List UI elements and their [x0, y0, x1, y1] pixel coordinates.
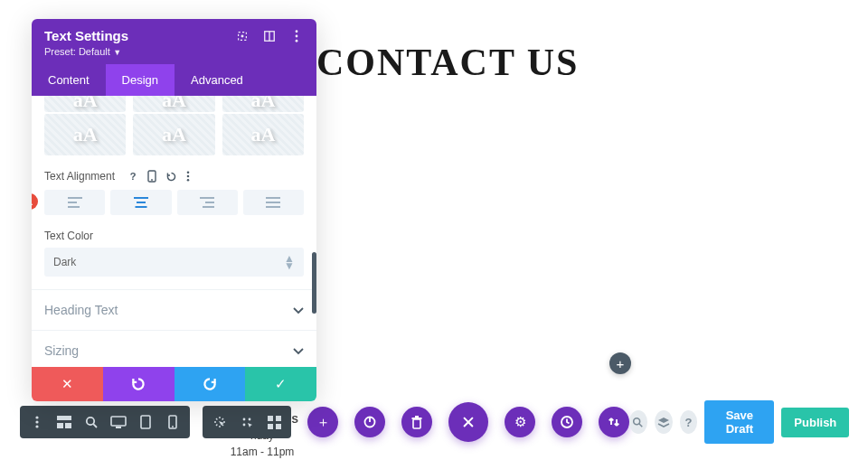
click-mode-icon[interactable] — [208, 406, 231, 438]
tablet-view-icon[interactable] — [134, 406, 157, 438]
align-left-option[interactable] — [44, 190, 105, 215]
svg-point-31 — [86, 417, 93, 424]
hover-mode-icon[interactable] — [235, 406, 259, 438]
svg-rect-22 — [266, 197, 280, 199]
wireframe-view-icon[interactable] — [52, 406, 76, 438]
svg-rect-33 — [111, 417, 126, 426]
svg-rect-16 — [134, 197, 148, 199]
text-style-tile[interactable]: aA — [222, 114, 304, 155]
svg-point-39 — [249, 418, 251, 421]
scrollbar-thumb[interactable] — [312, 252, 316, 314]
select-caret-icon: ▲▼ — [284, 255, 295, 269]
annotation-badge-1: 1 — [32, 193, 38, 210]
svg-rect-24 — [266, 206, 280, 208]
svg-line-32 — [93, 424, 97, 427]
svg-rect-15 — [68, 206, 80, 208]
plus-icon: ＋ — [316, 414, 330, 431]
find-replace-button[interactable] — [629, 410, 647, 434]
svg-point-40 — [243, 424, 246, 427]
svg-rect-43 — [268, 424, 273, 429]
svg-rect-23 — [266, 202, 280, 203]
text-color-select[interactable]: Dark ▲▼ — [44, 248, 304, 277]
phone-view-icon[interactable] — [161, 406, 184, 438]
svg-point-1 — [241, 34, 244, 37]
text-style-tile[interactable]: aA — [222, 96, 304, 112]
help-button[interactable]: ? — [680, 410, 698, 434]
desktop-view-icon[interactable] — [107, 406, 130, 438]
tab-advanced[interactable]: Advanced — [175, 64, 259, 96]
text-style-tile[interactable]: aA — [44, 96, 126, 112]
redo-icon — [202, 376, 218, 392]
accordion-label: Heading Text — [44, 303, 118, 317]
help-icon: ? — [685, 416, 693, 429]
svg-rect-3 — [269, 31, 269, 41]
svg-rect-48 — [412, 418, 422, 419]
view-toolbar — [20, 406, 190, 438]
discard-button[interactable]: ✕ — [32, 367, 103, 401]
text-style-tile[interactable]: aA — [133, 114, 214, 155]
tab-design[interactable]: Design — [106, 64, 175, 96]
svg-rect-20 — [205, 202, 214, 203]
zoom-icon[interactable] — [80, 406, 103, 438]
reset-icon[interactable] — [165, 170, 177, 183]
publish-button[interactable]: Publish — [781, 408, 849, 437]
kebab-menu-icon[interactable] — [186, 170, 190, 183]
panel-body: aA aA aA aA aA aA Text Alignment ? 1 — [32, 96, 316, 367]
clear-layout-button[interactable] — [401, 407, 432, 437]
kebab-menu-icon[interactable] — [289, 29, 304, 43]
right-cluster: ? Save Draft Publish — [629, 400, 849, 444]
accordion-sizing[interactable]: Sizing — [32, 330, 316, 367]
close-builder-button[interactable]: ✕ — [448, 402, 488, 442]
svg-text:?: ? — [130, 171, 137, 182]
svg-point-9 — [151, 179, 153, 181]
text-style-tile[interactable]: aA — [133, 96, 214, 112]
preset-selector[interactable]: Preset: Default ▼ — [44, 46, 304, 57]
svg-rect-42 — [276, 416, 281, 421]
accordion-heading-text[interactable]: Heading Text — [32, 289, 316, 330]
text-style-tile[interactable]: aA — [44, 114, 126, 155]
panel-footer: ✕ ✓ — [32, 367, 316, 401]
svg-rect-44 — [276, 424, 281, 429]
add-section-button[interactable]: + — [609, 352, 631, 374]
align-right-option[interactable] — [177, 190, 238, 215]
svg-rect-18 — [135, 206, 146, 208]
undo-button[interactable] — [103, 367, 175, 401]
align-justify-option[interactable] — [243, 190, 304, 215]
svg-point-11 — [187, 175, 190, 178]
save-button[interactable]: ✓ — [245, 367, 316, 401]
svg-rect-34 — [116, 427, 121, 428]
tab-content[interactable]: Content — [32, 64, 106, 96]
undo-icon — [130, 376, 146, 392]
caret-down-icon: ▼ — [111, 48, 121, 57]
panel-title: Text Settings — [44, 28, 128, 43]
page-settings-button[interactable] — [354, 407, 385, 437]
text-alignment-label: Text Alignment — [44, 170, 115, 183]
kebab-menu-icon[interactable] — [25, 406, 49, 438]
history-button[interactable] — [552, 407, 582, 437]
portability-button[interactable] — [599, 407, 629, 437]
svg-rect-21 — [203, 206, 214, 208]
trash-icon — [410, 416, 423, 429]
hours-line-2: 11am - 11pm — [222, 444, 302, 460]
search-icon — [632, 417, 644, 428]
bottom-bar: ＋ ✕ ⚙ ? Save Draft Publish — [20, 404, 848, 440]
save-draft-button[interactable]: Save Draft — [704, 400, 774, 444]
responsive-icon[interactable] — [147, 170, 156, 183]
snap-panel-icon[interactable] — [262, 29, 277, 43]
align-center-option[interactable] — [110, 190, 171, 215]
svg-rect-13 — [68, 197, 82, 199]
settings-button[interactable]: ⚙ — [505, 407, 535, 437]
redo-button[interactable] — [175, 367, 246, 401]
chevron-down-icon — [293, 303, 304, 317]
svg-line-52 — [639, 423, 642, 426]
clock-icon — [560, 415, 574, 429]
help-icon[interactable]: ? — [127, 170, 138, 183]
grid-mode-icon[interactable] — [262, 406, 286, 438]
add-button[interactable]: ＋ — [307, 407, 338, 437]
layers-button[interactable] — [655, 410, 673, 434]
close-icon: ✕ — [461, 412, 476, 433]
svg-point-51 — [634, 418, 640, 424]
svg-rect-47 — [413, 419, 420, 428]
expand-icon[interactable] — [235, 29, 250, 43]
plus-icon: + — [617, 356, 625, 371]
